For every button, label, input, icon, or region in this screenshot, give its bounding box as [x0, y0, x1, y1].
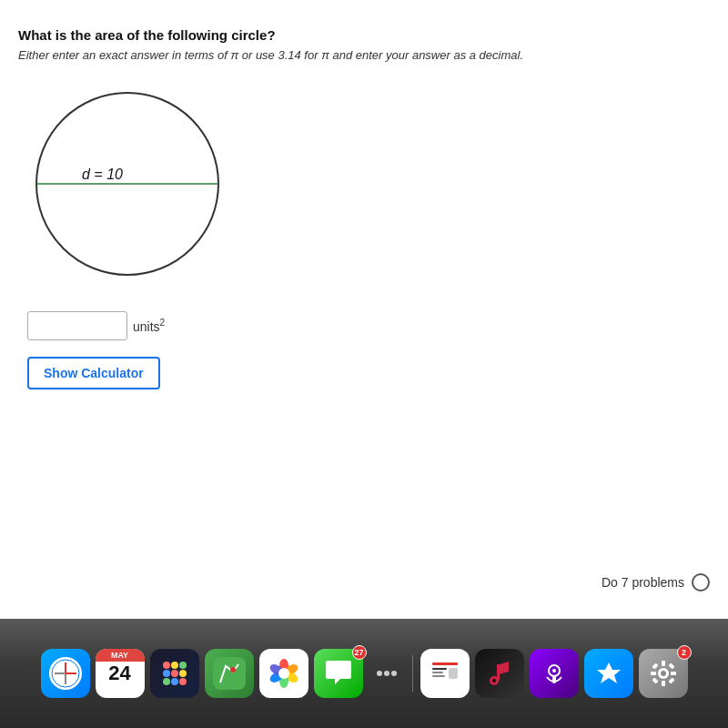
- circle-svg: d = 10: [27, 84, 228, 284]
- svg-rect-41: [552, 676, 556, 683]
- dock-item-photos[interactable]: [259, 649, 308, 698]
- photos-icon: [266, 655, 302, 692]
- news-icon: [429, 657, 461, 690]
- launchpad-icon: [158, 657, 191, 690]
- svg-point-27: [377, 671, 382, 676]
- settings-badge: 2: [677, 645, 692, 660]
- svg-rect-33: [432, 672, 443, 673]
- answer-input[interactable]: [27, 311, 127, 340]
- dock-item-messages[interactable]: 27: [314, 649, 363, 698]
- dock-item-podcasts[interactable]: [530, 649, 579, 698]
- do-problems-label: Do 7 problems: [602, 575, 684, 590]
- svg-rect-44: [662, 661, 665, 666]
- svg-point-16: [171, 678, 178, 685]
- svg-point-28: [384, 671, 389, 676]
- question-subtitle: Either enter an exact answer in terms of…: [18, 48, 701, 62]
- svg-rect-50: [652, 677, 658, 683]
- dock-separator: [412, 655, 413, 692]
- dock-item-safari[interactable]: [41, 649, 90, 698]
- do-problems-row: Do 7 problems: [602, 573, 710, 592]
- svg-rect-51: [668, 677, 674, 683]
- more-icon: [372, 659, 401, 688]
- settings-icon: [647, 657, 680, 690]
- svg-point-37: [492, 679, 496, 682]
- show-calculator-button[interactable]: Show Calculator: [27, 357, 160, 389]
- dock: MAY 24: [0, 619, 728, 728]
- calendar-day: 24: [108, 662, 130, 683]
- svg-point-12: [163, 670, 170, 677]
- svg-rect-48: [652, 662, 658, 669]
- do-problems-circle-icon: [692, 573, 710, 592]
- music-icon: [483, 657, 516, 690]
- podcasts-icon: [538, 657, 571, 690]
- svg-point-17: [179, 678, 187, 685]
- svg-rect-45: [662, 681, 665, 686]
- svg-rect-32: [432, 668, 447, 670]
- messages-icon: [322, 657, 355, 690]
- dock-item-calendar[interactable]: MAY 24: [96, 649, 145, 698]
- svg-rect-49: [668, 662, 674, 669]
- dock-item-more[interactable]: [369, 649, 405, 698]
- calendar-month: MAY: [96, 649, 145, 662]
- dock-item-news[interactable]: [420, 649, 470, 698]
- svg-rect-35: [449, 668, 458, 679]
- svg-rect-38: [497, 664, 500, 681]
- svg-point-43: [661, 671, 666, 676]
- svg-text:d = 10: d = 10: [82, 167, 123, 182]
- svg-point-13: [171, 670, 178, 677]
- dock-item-launchpad[interactable]: [150, 649, 199, 698]
- svg-point-26: [278, 668, 289, 679]
- svg-point-9: [163, 662, 170, 669]
- svg-point-14: [179, 670, 187, 677]
- main-content: What is the area of the following circle…: [0, 0, 728, 619]
- svg-point-11: [179, 662, 187, 669]
- units-label: units2: [133, 318, 165, 334]
- safari-icon: [47, 655, 84, 692]
- messages-badge: 27: [352, 645, 367, 660]
- svg-rect-31: [432, 662, 458, 665]
- question-title: What is the area of the following circle…: [18, 27, 701, 43]
- svg-rect-47: [671, 672, 676, 675]
- dock-item-music[interactable]: [475, 649, 524, 698]
- svg-point-10: [171, 662, 178, 669]
- svg-point-40: [552, 669, 556, 672]
- svg-point-29: [391, 671, 397, 676]
- svg-point-19: [230, 667, 236, 672]
- svg-rect-34: [432, 675, 445, 677]
- dock-item-appstore[interactable]: [584, 649, 633, 698]
- answer-row: units2: [27, 311, 701, 340]
- dock-item-settings[interactable]: 2: [639, 649, 688, 698]
- svg-point-15: [163, 678, 170, 685]
- dock-item-maps[interactable]: [205, 649, 254, 698]
- maps-icon: [213, 657, 246, 690]
- appstore-icon: [592, 657, 625, 690]
- circle-diagram: d = 10: [27, 84, 228, 284]
- svg-rect-46: [651, 672, 656, 675]
- svg-rect-18: [213, 657, 246, 690]
